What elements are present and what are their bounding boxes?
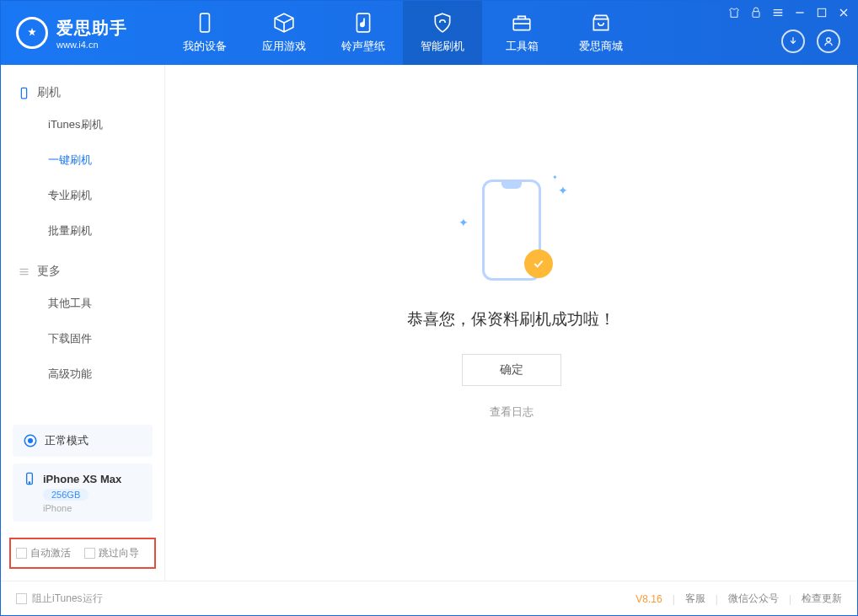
device-mode-label: 正常模式 bbox=[45, 433, 88, 448]
success-illustration: ✦ ✦ ✦ bbox=[474, 175, 550, 285]
tab-my-device[interactable]: 我的设备 bbox=[165, 1, 244, 65]
tab-label: 智能刷机 bbox=[421, 39, 464, 54]
sidebar-item-oneclick-flash[interactable]: 一键刷机 bbox=[1, 142, 164, 178]
svg-rect-2 bbox=[513, 19, 530, 30]
normal-mode-icon bbox=[23, 433, 38, 448]
sidebar-item-batch-flash[interactable]: 批量刷机 bbox=[1, 213, 164, 249]
bottom-options-highlighted: 自动激活 跳过向导 bbox=[9, 538, 156, 569]
device-icon bbox=[194, 12, 216, 34]
checkbox-skip-guide[interactable]: 跳过向导 bbox=[84, 546, 139, 560]
svg-point-8 bbox=[29, 439, 33, 443]
toolbox-icon bbox=[511, 12, 533, 34]
shirt-icon[interactable] bbox=[727, 6, 741, 19]
checkbox-icon bbox=[84, 548, 95, 559]
wechat-link[interactable]: 微信公众号 bbox=[728, 592, 779, 606]
sidebar-item-advanced[interactable]: 高级功能 bbox=[1, 356, 164, 392]
app-title: 爱思助手 bbox=[56, 17, 127, 40]
svg-point-3 bbox=[827, 38, 831, 42]
cube-icon bbox=[273, 12, 295, 34]
checkbox-icon bbox=[16, 548, 27, 559]
sidebar-item-other-tools[interactable]: 其他工具 bbox=[1, 286, 164, 321]
sidebar-section-flash: 刷机 bbox=[1, 78, 164, 107]
download-manager-icon[interactable] bbox=[781, 29, 805, 53]
sidebar-section-more: 更多 bbox=[1, 257, 164, 286]
version-label: V8.16 bbox=[635, 593, 662, 605]
sidebar: 刷机 iTunes刷机 一键刷机 专业刷机 批量刷机 更多 其他工具 下载固件 … bbox=[1, 65, 165, 581]
tab-label: 我的设备 bbox=[183, 39, 227, 54]
block-itunes-label[interactable]: 阻止iTunes运行 bbox=[32, 592, 103, 606]
user-account-icon[interactable] bbox=[817, 29, 840, 53]
maximize-icon[interactable] bbox=[815, 6, 829, 19]
app-header: 爱思助手 www.i4.cn 我的设备 应用游戏 铃声壁纸 智能刷机 工具箱 爱… bbox=[1, 1, 857, 65]
svg-rect-6 bbox=[21, 88, 26, 99]
device-mode-card[interactable]: 正常模式 bbox=[13, 425, 153, 457]
logo-area: 爱思助手 www.i4.cn bbox=[1, 17, 165, 50]
svg-rect-4 bbox=[753, 12, 759, 18]
tab-label: 爱思商城 bbox=[579, 39, 623, 54]
check-badge-icon bbox=[524, 249, 553, 278]
shield-refresh-icon bbox=[432, 12, 453, 34]
sidebar-item-download-firmware[interactable]: 下载固件 bbox=[1, 321, 164, 356]
svg-rect-0 bbox=[201, 13, 210, 32]
support-link[interactable]: 客服 bbox=[685, 592, 705, 606]
device-type: iPhone bbox=[43, 503, 142, 513]
svg-rect-5 bbox=[818, 8, 825, 16]
lock-icon[interactable] bbox=[749, 6, 763, 19]
nav-tabs: 我的设备 应用游戏 铃声壁纸 智能刷机 工具箱 爱思商城 bbox=[165, 1, 641, 65]
check-update-link[interactable]: 检查更新 bbox=[802, 592, 842, 606]
music-file-icon bbox=[352, 12, 374, 34]
menu-icon[interactable] bbox=[771, 6, 785, 19]
device-name: iPhone XS Max bbox=[43, 473, 121, 485]
phone-outline-icon bbox=[18, 87, 30, 99]
checkbox-icon[interactable] bbox=[16, 593, 27, 604]
main-content: ✦ ✦ ✦ 恭喜您，保资料刷机成功啦！ 确定 查看日志 bbox=[165, 65, 857, 581]
footer-bar: 阻止iTunes运行 V8.16 | 客服 | 微信公众号 | 检查更新 bbox=[1, 581, 857, 616]
list-icon bbox=[18, 265, 30, 278]
tab-apps-games[interactable]: 应用游戏 bbox=[244, 1, 324, 65]
tab-label: 应用游戏 bbox=[262, 39, 306, 54]
device-info-card[interactable]: iPhone XS Max 256GB iPhone bbox=[13, 463, 153, 522]
ok-button[interactable]: 确定 bbox=[462, 354, 561, 386]
sidebar-item-pro-flash[interactable]: 专业刷机 bbox=[1, 178, 164, 213]
tab-label: 工具箱 bbox=[506, 39, 539, 54]
tab-smart-flash[interactable]: 智能刷机 bbox=[403, 1, 482, 65]
tab-label: 铃声壁纸 bbox=[341, 39, 385, 54]
success-message: 恭喜您，保资料刷机成功啦！ bbox=[407, 308, 615, 330]
device-storage-badge: 256GB bbox=[43, 489, 88, 501]
svg-point-10 bbox=[29, 482, 29, 483]
store-icon bbox=[590, 12, 612, 34]
app-subtitle: www.i4.cn bbox=[56, 40, 127, 50]
tab-toolbox[interactable]: 工具箱 bbox=[482, 1, 561, 65]
device-phone-icon bbox=[23, 472, 36, 485]
tab-ringtones[interactable]: 铃声壁纸 bbox=[324, 1, 403, 65]
sidebar-item-itunes-flash[interactable]: iTunes刷机 bbox=[1, 107, 164, 142]
view-log-link[interactable]: 查看日志 bbox=[490, 404, 534, 420]
minimize-icon[interactable] bbox=[793, 6, 807, 19]
app-logo-icon bbox=[16, 17, 48, 49]
checkbox-auto-activate[interactable]: 自动激活 bbox=[16, 546, 71, 560]
close-icon[interactable] bbox=[837, 6, 850, 19]
tab-store[interactable]: 爱思商城 bbox=[561, 1, 641, 65]
